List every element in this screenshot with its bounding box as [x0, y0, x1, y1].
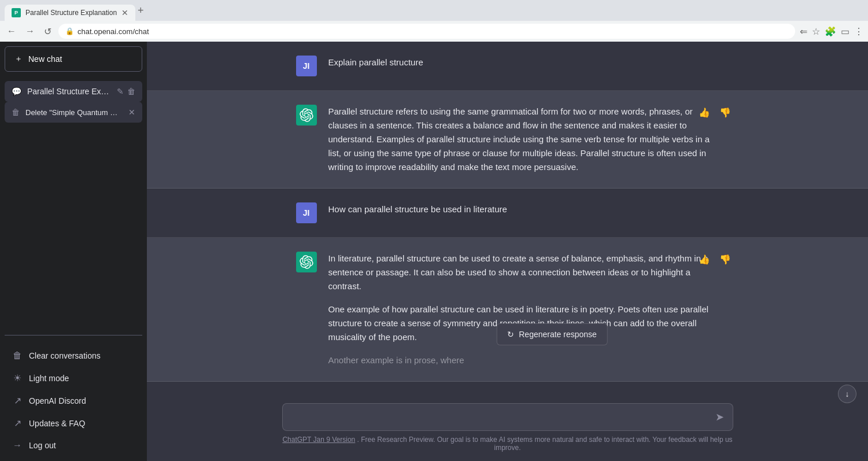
new-chat-label: New chat — [28, 54, 62, 64]
message-block-ai2: In literature, parallel structure can be… — [147, 238, 868, 382]
delete-item-label: Delete "Simple Quantum Com" — [25, 108, 123, 117]
ai1-paragraph-1: Parallel structure refers to using the s… — [328, 105, 719, 174]
clear-icon: 🗑 — [12, 351, 23, 361]
footer-text: ChatGPT Jan 9 Version . Free Research Pr… — [282, 436, 733, 452]
message-text-user2: How can parallel structure be used in li… — [328, 202, 719, 216]
message-inner-ai2: In literature, parallel structure can be… — [282, 252, 733, 367]
message-inner-user1: JI Explain parallel structure — [282, 56, 733, 76]
ai2-paragraph-3-truncated: Another example is in prose, where — [328, 353, 719, 367]
browser-tabs: P Parallel Structure Explanation ✕ + — [5, 0, 144, 21]
plus-icon: ＋ — [14, 54, 23, 64]
sidebar-action-faq[interactable]: ↗ Updates & FAQ — [5, 412, 142, 434]
message-block-ai1: Parallel structure refers to using the s… — [147, 91, 868, 189]
conversation-title: Parallel Structure Expla — [27, 87, 111, 96]
message-actions-ai2: 👍 👎 — [696, 252, 733, 267]
input-wrapper: ➤ — [282, 403, 733, 431]
discord-label: OpenAI Discord — [29, 396, 86, 405]
thumbsup-button-2[interactable]: 👍 — [696, 252, 712, 267]
sidebar-divider — [5, 335, 142, 335]
forward-button[interactable]: → — [23, 24, 37, 39]
sun-icon: ☀ — [12, 373, 23, 383]
conversation-item-parallel[interactable]: 💬 Parallel Structure Expla ✎ 🗑 — [5, 81, 142, 102]
toolbar-right: ⇐ ☆ 🧩 ▭ ⋮ — [800, 26, 863, 37]
tab-close-button[interactable]: ✕ — [121, 8, 128, 17]
reload-button[interactable]: ↺ — [42, 24, 54, 39]
back-button[interactable]: ← — [5, 24, 19, 39]
message-block-user1: JI Explain parallel structure — [147, 42, 868, 91]
sidebar-action-clear[interactable]: 🗑 Clear conversations — [5, 345, 142, 367]
ai2-paragraph-1: In literature, parallel structure can be… — [328, 252, 719, 293]
faq-icon: ↗ — [12, 418, 23, 429]
sidebar-top: ＋ New chat — [0, 42, 147, 76]
delete-confirmation-item[interactable]: 🗑 Delete "Simple Quantum Com" ✕ — [5, 102, 142, 123]
clear-label: Clear conversations — [29, 351, 101, 360]
extensions-icon[interactable]: 🧩 — [825, 26, 836, 37]
address-bar[interactable]: 🔒 chat.openai.com/chat — [58, 24, 795, 39]
regenerate-label: Regenerate response — [519, 330, 597, 339]
message-block-user2: JI How can parallel structure be used in… — [147, 189, 868, 238]
menu-icon[interactable]: ⋮ — [854, 26, 863, 37]
lightmode-label: Light mode — [29, 374, 69, 383]
message-actions-ai1: 👍 👎 — [696, 105, 733, 120]
chat-icon: 💬 — [12, 87, 21, 96]
send-button[interactable]: ➤ — [713, 408, 726, 426]
discord-icon: ↗ — [12, 395, 23, 406]
message-text-ai2: In literature, parallel structure can be… — [328, 252, 719, 367]
delete-icon[interactable]: 🗑 — [127, 87, 135, 96]
regenerate-icon: ↻ — [507, 330, 514, 339]
logout-label: Log out — [29, 441, 56, 450]
scroll-bottom-button[interactable]: ↓ — [838, 385, 856, 403]
message-inner-ai1: Parallel structure refers to using the s… — [282, 105, 733, 174]
input-area: ➤ ChatGPT Jan 9 Version . Free Research … — [147, 394, 868, 461]
thumbsup-button-1[interactable]: 👍 — [696, 105, 712, 120]
edit-icon[interactable]: ✎ — [117, 87, 124, 96]
thumbsdown-button-2[interactable]: 👎 — [717, 252, 733, 267]
main-chat: JI Explain parallel structure Parallel s… — [147, 42, 868, 461]
regenerate-popup[interactable]: ↻ Regenerate response — [496, 323, 608, 345]
logout-icon: → — [12, 440, 23, 451]
faq-label: Updates & FAQ — [29, 419, 85, 428]
sidebar-icon[interactable]: ▭ — [841, 26, 849, 37]
trash-icon: 🗑 — [12, 108, 20, 117]
message-text-user1: Explain parallel structure — [328, 56, 719, 69]
tab-title: Parallel Structure Explanation — [25, 9, 117, 17]
sidebar-conversations: 💬 Parallel Structure Expla ✎ 🗑 🗑 Delete … — [0, 76, 147, 330]
browser-chrome: P Parallel Structure Explanation ✕ + — [0, 0, 868, 21]
new-tab-button[interactable]: + — [138, 5, 144, 17]
user-avatar-2: JI — [296, 202, 317, 223]
message-inner-user2: JI How can parallel structure be used in… — [282, 202, 733, 223]
sidebar: ＋ New chat 💬 Parallel Structure Expla ✎ … — [0, 42, 147, 461]
delete-close-icon[interactable]: ✕ — [128, 108, 135, 117]
chat-input[interactable] — [282, 403, 733, 431]
ai-avatar-2 — [296, 252, 317, 272]
lock-icon: 🔒 — [65, 27, 74, 35]
back-icon[interactable]: ⇐ — [800, 26, 807, 37]
footer-link[interactable]: ChatGPT Jan 9 Version — [282, 436, 355, 444]
browser-toolbar: ← → ↺ 🔒 chat.openai.com/chat ⇐ ☆ 🧩 ▭ ⋮ — [0, 21, 868, 42]
active-tab[interactable]: P Parallel Structure Explanation ✕ — [5, 5, 135, 21]
footer-description: . Free Research Preview. Our goal is to … — [357, 436, 733, 452]
tab-favicon: P — [12, 8, 21, 17]
sidebar-bottom: 🗑 Clear conversations ☀ Light mode ↗ Ope… — [0, 340, 147, 461]
message-text-ai1: Parallel structure refers to using the s… — [328, 105, 719, 174]
ai-avatar-1 — [296, 105, 317, 126]
star-icon[interactable]: ☆ — [812, 26, 820, 37]
user-avatar: JI — [296, 56, 317, 76]
thumbsdown-button-1[interactable]: 👎 — [717, 105, 733, 120]
conversation-actions: ✎ 🗑 — [117, 87, 135, 96]
sidebar-action-lightmode[interactable]: ☀ Light mode — [5, 367, 142, 389]
url-text: chat.openai.com/chat — [77, 27, 149, 36]
sidebar-action-logout[interactable]: → Log out — [5, 434, 142, 456]
sidebar-action-discord[interactable]: ↗ OpenAI Discord — [5, 389, 142, 412]
app-container: ＋ New chat 💬 Parallel Structure Expla ✎ … — [0, 42, 868, 461]
new-chat-button[interactable]: ＋ New chat — [5, 46, 142, 72]
